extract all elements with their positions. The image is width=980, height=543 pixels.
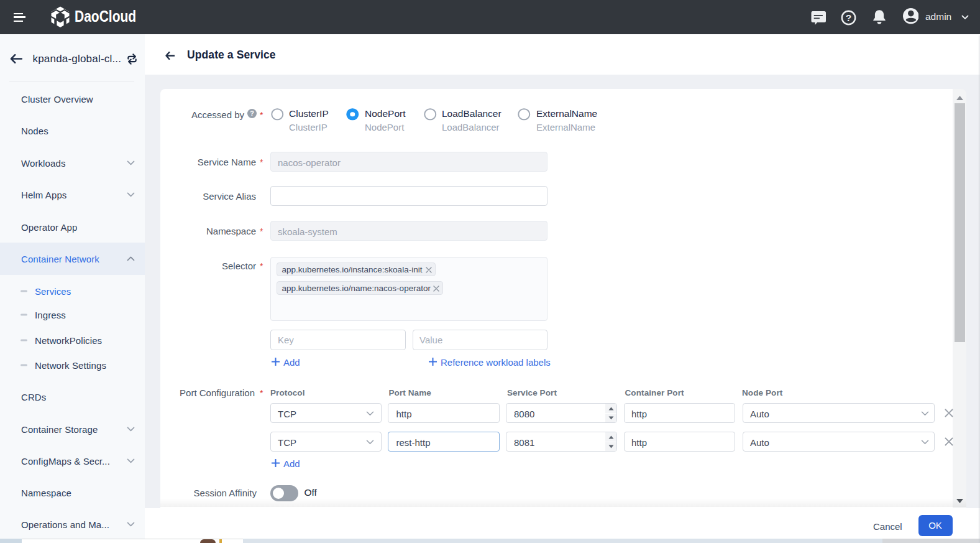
svg-text:?: ?	[846, 12, 851, 23]
svg-text:?: ?	[250, 109, 254, 117]
